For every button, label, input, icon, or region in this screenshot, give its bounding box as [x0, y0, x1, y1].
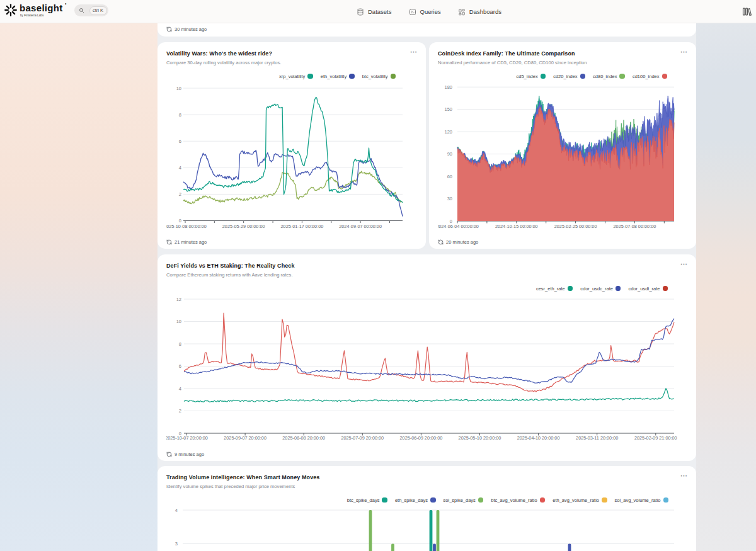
svg-text:3: 3	[175, 541, 178, 547]
svg-text:2025-10-07 20:00:00: 2025-10-07 20:00:00	[166, 435, 208, 441]
svg-text:12: 12	[176, 297, 181, 302]
svg-text:4: 4	[179, 165, 181, 171]
svg-text:180: 180	[444, 84, 452, 90]
svg-text:2025-02-25 00:00:00: 2025-02-25 00:00:00	[554, 224, 597, 229]
svg-text:150: 150	[444, 106, 452, 112]
svg-text:2: 2	[179, 191, 181, 197]
svg-text:2024-10-15 00:00:00: 2024-10-15 00:00:00	[495, 224, 538, 229]
svg-text:2025-10-08 00:00:00: 2025-10-08 00:00:00	[166, 224, 207, 229]
svg-text:2024-09-07 00:00:00: 2024-09-07 00:00:00	[339, 224, 382, 229]
svg-text:2025-01-17 00:00:00: 2025-01-17 00:00:00	[281, 224, 324, 229]
svg-text:6: 6	[179, 139, 181, 144]
svg-text:30: 30	[447, 196, 452, 202]
svg-text:2025-05-10 20:00:00: 2025-05-10 20:00:00	[459, 435, 501, 441]
svg-text:2: 2	[179, 408, 181, 414]
svg-text:2025-04-10 20:00:00: 2025-04-10 20:00:00	[517, 435, 560, 441]
svg-text:0: 0	[179, 218, 181, 224]
svg-text:2024-06-04 00:00:00: 2024-06-04 00:00:00	[438, 224, 479, 229]
svg-text:8: 8	[179, 341, 181, 347]
svg-text:60: 60	[447, 174, 452, 179]
svg-text:10: 10	[176, 319, 181, 324]
svg-text:8: 8	[179, 112, 181, 118]
svg-text:120: 120	[444, 129, 452, 135]
svg-text:2025-06-09 20:00:00: 2025-06-09 20:00:00	[400, 435, 443, 441]
svg-text:10: 10	[176, 86, 181, 91]
svg-text:2025-07-09 20:00:00: 2025-07-09 20:00:00	[341, 435, 384, 441]
svg-text:2025-09-07 20:00:00: 2025-09-07 20:00:00	[224, 435, 266, 441]
svg-text:2025-08-08 20:00:00: 2025-08-08 20:00:00	[282, 435, 325, 441]
svg-text:90: 90	[447, 151, 452, 157]
svg-text:2025-07-08 00:00:00: 2025-07-08 00:00:00	[614, 224, 656, 229]
svg-text:2025-02-09 21:00:00: 2025-02-09 21:00:00	[634, 435, 677, 441]
svg-text:4: 4	[179, 386, 181, 392]
svg-text:2025-05-29 00:00:00: 2025-05-29 00:00:00	[222, 224, 265, 229]
svg-text:4: 4	[175, 508, 178, 513]
svg-text:2025-03-11 20:00:00: 2025-03-11 20:00:00	[576, 435, 618, 441]
svg-text:6: 6	[179, 363, 181, 369]
